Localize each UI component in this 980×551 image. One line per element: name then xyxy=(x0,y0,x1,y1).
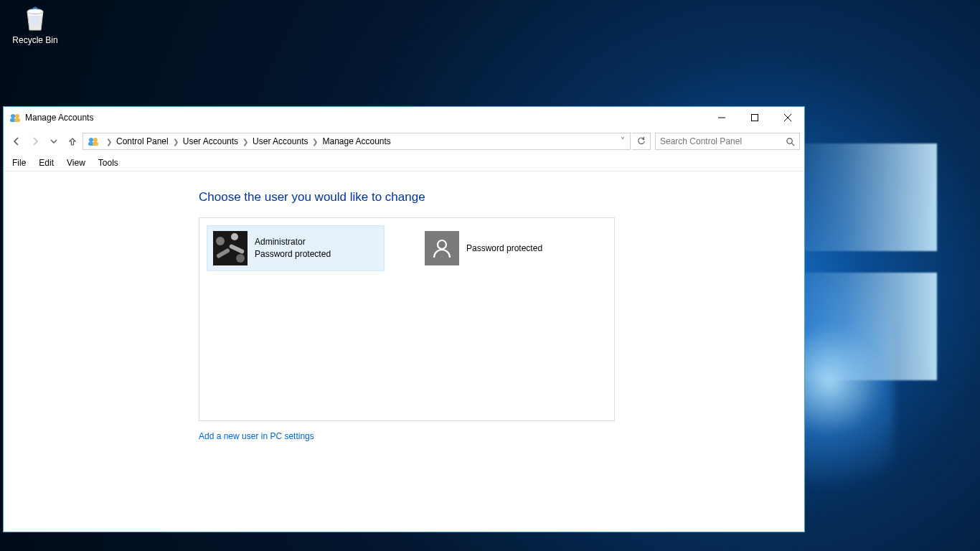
account-tile-administrator[interactable]: Administrator Password protected xyxy=(207,225,385,271)
svg-point-3 xyxy=(15,114,19,118)
breadcrumb-item[interactable]: User Accounts xyxy=(251,133,309,149)
account-info: Administrator Password protected xyxy=(255,236,331,260)
avatar xyxy=(213,231,248,265)
refresh-button[interactable] xyxy=(632,133,651,150)
menu-bar: File Edit View Tools xyxy=(4,154,804,171)
minimize-button[interactable] xyxy=(705,107,738,128)
forward-button[interactable] xyxy=(27,133,44,150)
recycle-bin-icon xyxy=(20,3,50,33)
breadcrumb-item[interactable]: User Accounts xyxy=(182,133,240,149)
svg-point-2 xyxy=(11,114,15,118)
svg-rect-1 xyxy=(31,16,39,24)
svg-point-0 xyxy=(27,9,43,14)
account-status: Password protected xyxy=(255,248,331,260)
desktop-icon-recycle-bin[interactable]: Recycle Bin xyxy=(9,3,62,45)
breadcrumb-item[interactable]: Manage Accounts xyxy=(321,133,392,149)
titlebar[interactable]: Manage Accounts xyxy=(4,107,804,128)
svg-line-15 xyxy=(791,143,794,146)
menu-tools[interactable]: Tools xyxy=(93,156,124,169)
content-area: Choose the user you would like to change… xyxy=(4,171,804,532)
window-controls xyxy=(705,107,804,128)
account-info: Password protected xyxy=(466,242,542,255)
svg-point-11 xyxy=(93,138,98,142)
avatar xyxy=(425,231,459,265)
nav-toolbar: ❯ Control Panel ❯ User Accounts ❯ User A… xyxy=(4,128,804,154)
address-bar[interactable]: ❯ Control Panel ❯ User Accounts ❯ User A… xyxy=(83,133,631,150)
add-user-link[interactable]: Add a new user in PC settings xyxy=(199,431,314,441)
svg-rect-5 xyxy=(14,118,20,122)
svg-point-16 xyxy=(438,240,446,249)
search-placeholder: Search Control Panel xyxy=(660,136,742,146)
window-manage-accounts: Manage Accounts ❯ Control Panel ❯ User A… xyxy=(3,106,805,532)
user-accounts-icon xyxy=(9,112,21,123)
maximize-button[interactable] xyxy=(738,107,771,128)
menu-edit[interactable]: Edit xyxy=(33,156,60,169)
account-name: Administrator xyxy=(255,236,331,248)
svg-point-14 xyxy=(787,138,792,143)
recent-locations-button[interactable] xyxy=(45,133,62,150)
chevron-right-icon[interactable]: ❯ xyxy=(170,138,182,146)
menu-view[interactable]: View xyxy=(61,156,91,169)
desktop-icon-label: Recycle Bin xyxy=(9,35,62,45)
account-status: Password protected xyxy=(466,242,542,255)
chevron-right-icon[interactable]: ❯ xyxy=(240,138,251,146)
back-button[interactable] xyxy=(8,133,25,150)
svg-rect-13 xyxy=(93,142,98,146)
search-input[interactable]: Search Control Panel xyxy=(655,133,800,150)
search-icon[interactable] xyxy=(786,137,795,146)
menu-file[interactable]: File xyxy=(6,156,32,169)
page-heading: Choose the user you would like to change xyxy=(199,190,804,204)
accounts-list: Administrator Password protected Passwor… xyxy=(199,217,615,421)
close-button[interactable] xyxy=(771,107,804,128)
chevron-right-icon[interactable]: ❯ xyxy=(309,138,321,146)
svg-rect-7 xyxy=(752,115,758,121)
svg-point-10 xyxy=(89,138,93,142)
user-accounts-icon xyxy=(88,136,99,147)
window-title: Manage Accounts xyxy=(25,113,93,123)
address-history-dropdown[interactable]: ˅ xyxy=(616,136,630,146)
account-tile-generic[interactable]: Password protected xyxy=(419,225,597,271)
up-button[interactable] xyxy=(64,133,81,150)
breadcrumb-item[interactable]: Control Panel xyxy=(115,133,170,149)
chevron-right-icon[interactable]: ❯ xyxy=(103,138,115,146)
